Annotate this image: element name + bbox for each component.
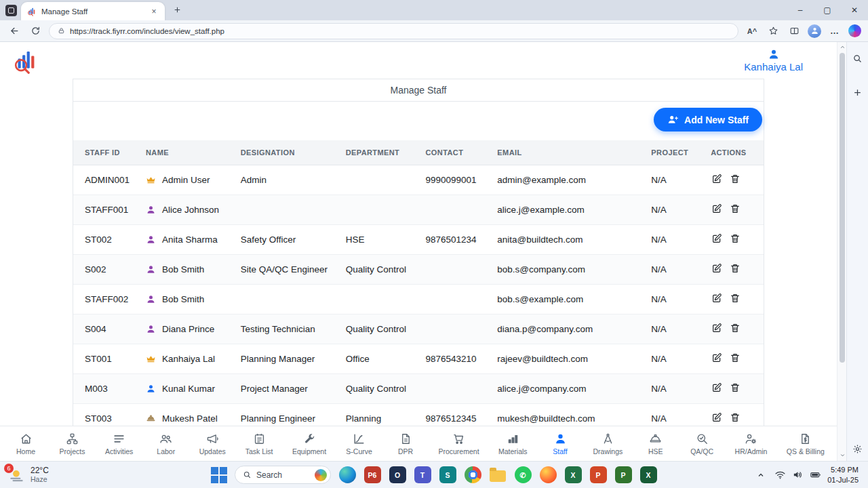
taskbar-app-sharepoint[interactable]: S [438, 466, 457, 485]
sidebar-settings-icon[interactable] [851, 442, 865, 455]
taskbar-app-chrome[interactable] [463, 466, 482, 485]
refresh-button[interactable] [28, 24, 43, 39]
table-row: STAFF001Alice Johnsonalice.j@example.com… [73, 195, 764, 225]
delete-button[interactable] [729, 382, 741, 394]
cell-name: Mukesh Patel [139, 404, 234, 426]
nav-item-activities[interactable]: Activities [105, 432, 133, 455]
taskbar-app-edge[interactable] [338, 466, 357, 485]
site-logo[interactable] [11, 46, 39, 75]
copilot-icon[interactable] [848, 24, 861, 37]
taskbar-clock[interactable]: 5:49 PM 01-Jul-25 [827, 465, 859, 485]
people-icon [159, 432, 172, 445]
delete-button[interactable] [729, 233, 741, 245]
split-screen-icon[interactable] [787, 24, 802, 39]
close-button[interactable]: ✕ [841, 0, 868, 20]
nav-item-staff[interactable]: Staff [547, 432, 574, 455]
battery-icon[interactable] [810, 469, 821, 481]
nav-item-qs-billing[interactable]: QS & Billing [787, 432, 825, 455]
sidebar-add-icon[interactable] [851, 85, 865, 99]
workspaces-icon[interactable] [5, 5, 17, 16]
cell-actions [704, 165, 764, 195]
scroll-down-icon[interactable] [837, 450, 847, 460]
nav-item-task-list[interactable]: Task List [245, 432, 273, 455]
new-tab-button[interactable] [169, 3, 185, 19]
tray-chevron-icon[interactable] [757, 469, 768, 481]
minimize-button[interactable]: – [787, 0, 814, 20]
taskbar-app-teams[interactable]: T [413, 466, 432, 485]
crown-icon [146, 175, 156, 185]
sidebar-search-icon[interactable] [851, 52, 865, 65]
header-user-name: Kanhaiya Lal [744, 61, 803, 73]
table-row: S002Bob SmithSite QA/QC EngineerQuality … [73, 255, 764, 285]
delete-button[interactable] [729, 203, 741, 216]
delete-button[interactable] [729, 174, 741, 186]
edit-button[interactable] [711, 293, 723, 305]
page-scrollbar[interactable] [837, 42, 846, 461]
nav-item-updates[interactable]: Updates [199, 432, 226, 455]
browser-menu-icon[interactable]: … [827, 24, 842, 39]
taskbar-app-project[interactable]: P [614, 466, 633, 485]
delete-button[interactable] [729, 323, 741, 335]
nav-item-projects[interactable]: Projects [58, 432, 85, 455]
nav-item-hse[interactable]: HSE [642, 432, 669, 455]
favorite-star-icon[interactable] [766, 24, 781, 39]
edit-button[interactable] [711, 323, 723, 335]
nav-item-procurement[interactable]: Procurement [438, 432, 479, 455]
taskbar-app-file-explorer[interactable] [488, 466, 507, 485]
read-aloud-icon[interactable]: A^ [745, 24, 760, 39]
nav-item-dpr[interactable]: DPR [392, 432, 419, 455]
scroll-up-icon[interactable] [837, 42, 847, 52]
edit-button[interactable] [711, 263, 723, 275]
add-new-staff-button[interactable]: Add New Staff [654, 108, 762, 131]
taskbar-app-excel[interactable]: X [564, 466, 583, 485]
cart-icon [452, 432, 465, 445]
wifi-icon[interactable] [774, 469, 786, 481]
megaphone-icon [206, 432, 219, 445]
nav-item-label: Projects [59, 447, 85, 455]
taskbar-search[interactable]: Search [235, 466, 331, 484]
edit-button[interactable] [711, 174, 723, 186]
scrollbar-thumb[interactable] [840, 53, 845, 363]
taskbar-app-outlook[interactable]: O [388, 466, 407, 485]
p6-icon: P6 [364, 466, 381, 483]
tab-close-icon[interactable]: × [149, 6, 159, 17]
taskbar-app-powerpoint[interactable]: P [589, 466, 608, 485]
start-button[interactable] [210, 466, 228, 484]
maximize-button[interactable]: ▢ [814, 0, 841, 20]
whatsapp-icon: ✆ [515, 466, 532, 483]
edit-button[interactable] [711, 412, 723, 424]
delete-button[interactable] [729, 352, 741, 365]
column-header: EMAIL [490, 140, 644, 165]
taskbar-app-p6[interactable]: P6 [363, 466, 382, 485]
site-info-icon[interactable] [58, 27, 65, 35]
taskbar-app-whatsapp[interactable]: ✆ [513, 466, 532, 485]
delete-button[interactable] [729, 293, 741, 305]
weather-widget[interactable]: 6 22°C Haze [0, 462, 57, 488]
back-button[interactable] [7, 24, 22, 39]
nav-item-home[interactable]: Home [12, 432, 39, 455]
header-user[interactable]: Kanhaiya Lal [744, 48, 803, 73]
column-header: DESIGNATION [234, 140, 339, 165]
taskbar-app-excel-alt[interactable]: X [639, 466, 658, 485]
delete-button[interactable] [729, 263, 741, 275]
profile-avatar[interactable] [808, 24, 821, 38]
edit-button[interactable] [711, 233, 723, 245]
nav-item-hr-admin[interactable]: HR/Admin [735, 432, 768, 455]
nav-item-equipment[interactable]: Equipment [292, 432, 326, 455]
cell-designation: Planning Manager [234, 344, 339, 374]
weather-temp: 22°C [31, 466, 49, 475]
taskbar-app-firefox[interactable] [538, 466, 557, 485]
nav-item-qa-qc[interactable]: QA/QC [688, 432, 715, 455]
volume-icon[interactable] [792, 469, 804, 481]
nav-item-labor[interactable]: Labor [153, 432, 180, 455]
nav-item-materials[interactable]: Materials [498, 432, 528, 455]
edit-button[interactable] [711, 352, 723, 365]
edit-button[interactable] [711, 382, 723, 394]
browser-tab[interactable]: Manage Staff × [21, 2, 165, 20]
edit-button[interactable] [711, 203, 723, 216]
delete-button[interactable] [729, 412, 741, 424]
nav-item-s-curve[interactable]: S-Curve [346, 432, 373, 455]
nav-item-drawings[interactable]: Drawings [593, 432, 623, 455]
address-bar[interactable]: https://track.fiyrr.com/includes/view_st… [49, 23, 738, 39]
cell-name: Bob Smith [139, 255, 234, 285]
